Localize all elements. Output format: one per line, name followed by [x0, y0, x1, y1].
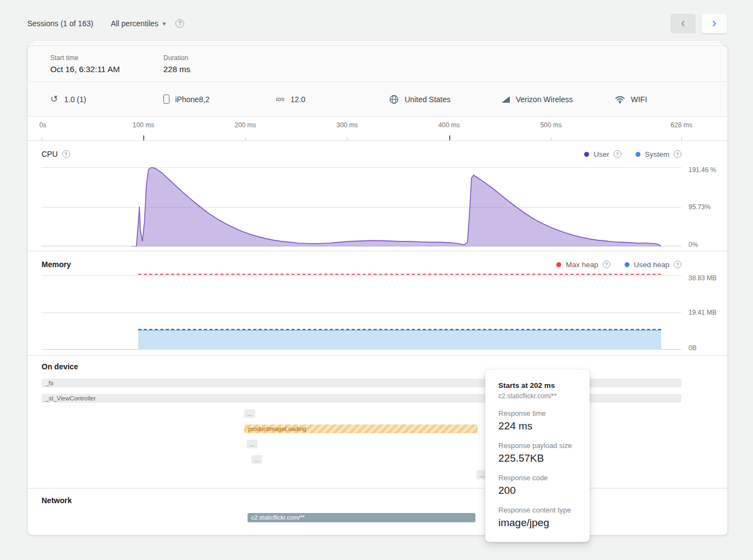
carrier-label: Verizon Wireless	[516, 95, 573, 104]
duration-block: Duration 228 ms	[163, 54, 277, 74]
ruler-gutter	[681, 117, 727, 140]
carrier-item: Verizon Wireless	[502, 95, 615, 104]
legend-label: Max heap	[566, 261, 598, 269]
cpu-axis-max: 191.46 %	[689, 166, 722, 175]
timeline-ruler-plot: 0s100 ms200 ms300 ms400 ms500 ms628 ms	[42, 117, 681, 140]
cpu-section: CPU ? User?System? 191.46 % 95.73% 0%	[28, 141, 727, 251]
session-card: Start time Oct 16, 6:32:11 AM Duration 2…	[27, 45, 728, 535]
gridline	[42, 275, 681, 276]
collapsed-trace-chip[interactable]: ...	[246, 440, 257, 449]
cpu-axis-mid: 95.73%	[689, 203, 722, 211]
memory-section: Memory Max heap?Used heap? 38.83 MB 19.4…	[28, 251, 727, 356]
tooltip-field-value: image/jpeg	[498, 517, 576, 529]
os-version-label: 12.0	[291, 95, 305, 104]
previous-session-button[interactable]: ‹	[670, 14, 696, 33]
legend-user: User?	[584, 150, 621, 158]
tooltip-field-value: 200	[498, 485, 576, 497]
legend-max-heap: Max heap?	[556, 261, 610, 269]
collapsed-trace-chip[interactable]: ...	[251, 455, 262, 464]
legend-dot-icon	[584, 152, 589, 157]
topbar: Sessions (1 of 163) All percentiles ▾ ? …	[0, 0, 753, 34]
gridline	[42, 313, 681, 313]
memory-legend: Max heap?Used heap?	[556, 261, 681, 269]
cpu-axis: 191.46 % 95.73% 0%	[681, 167, 727, 246]
help-icon[interactable]: ?	[674, 150, 681, 158]
performance-session-page: Sessions (1 of 163) All percentiles ▾ ? …	[0, 0, 753, 560]
percentiles-label: All percentiles	[111, 19, 158, 28]
legend-dot-icon	[636, 152, 640, 157]
tooltip-field-label: Response code	[498, 474, 576, 482]
help-icon[interactable]: ?	[614, 150, 621, 158]
used-heap-band	[138, 330, 661, 350]
app-version-icon: ↺	[50, 95, 58, 104]
device-icon	[163, 95, 169, 104]
device-model-label: iPhone8,2	[175, 95, 210, 104]
network-title: Network	[42, 496, 72, 505]
tooltip-title: Starts at 202 ms	[498, 381, 576, 390]
percentiles-dropdown[interactable]: All percentiles ▾	[111, 19, 166, 28]
next-session-button[interactable]: ›	[702, 14, 727, 33]
legend-dot-icon	[556, 262, 561, 267]
chevron-down-icon: ▾	[163, 20, 166, 27]
trace-bar[interactable]: c2.staticflickr.com/**	[248, 513, 476, 522]
duration-label: Duration	[163, 54, 277, 62]
collapsed-trace-chip[interactable]: ...	[244, 409, 255, 418]
start-time-label: Start time	[50, 54, 163, 62]
tooltip-field-label: Response time	[498, 409, 576, 417]
tracks-gutter	[681, 513, 727, 528]
country-label: United States	[405, 95, 451, 104]
memory-axis-mid: 19.41 MB	[689, 309, 722, 317]
cpu-axis-zero: 0%	[689, 241, 722, 250]
duration-value: 228 ms	[163, 64, 277, 74]
os-icon: iOS	[276, 97, 285, 102]
legend-label: System	[645, 150, 669, 158]
legend-label: User	[593, 150, 609, 158]
cpu-area-chart	[42, 167, 681, 246]
start-time-value: Oct 16, 6:32:11 AM	[50, 64, 163, 74]
radio-label: WIFI	[631, 95, 648, 104]
carrier-signal-icon	[502, 96, 510, 103]
os-version-item: iOS 12.0	[276, 95, 389, 104]
device-attributes-row: ↺ 1.0 (1) iPhone8,2 iOS 12.0 United Stat…	[28, 82, 727, 117]
chevron-right-icon: ›	[712, 16, 716, 30]
start-time-block: Start time Oct 16, 6:32:11 AM	[50, 54, 163, 74]
tooltip-field-label: Response payload size	[498, 441, 576, 450]
help-icon[interactable]: ?	[603, 261, 610, 268]
timeline-ruler: 0s100 ms200 ms300 ms400 ms500 ms628 ms	[28, 117, 727, 141]
on-device-section: On device _fs_st_ViewController...produc…	[28, 356, 727, 488]
legend-label: Used heap	[634, 261, 669, 269]
tracks-gutter	[681, 379, 727, 486]
wifi-icon	[615, 95, 625, 104]
sessions-count-label: Sessions (1 of 163)	[27, 19, 93, 28]
help-icon[interactable]: ?	[175, 19, 184, 28]
tooltip-field-value: 224 ms	[498, 420, 576, 432]
tooltip-fields: Response time224 msResponse payload size…	[498, 409, 576, 529]
memory-axis-max: 38.83 MB	[689, 274, 722, 283]
tooltip-field-value: 225.57KB	[498, 452, 576, 464]
max-heap-line	[138, 274, 661, 275]
network-section: Network c2.staticflickr.com/**	[28, 488, 727, 535]
cpu-title: CPU	[42, 150, 58, 158]
radio-item: WIFI	[615, 95, 728, 104]
cpu-chart[interactable]	[42, 167, 681, 246]
globe-icon	[389, 95, 399, 104]
device-model-item: iPhone8,2	[163, 95, 277, 104]
memory-axis: 38.83 MB 19.41 MB 0B	[681, 275, 727, 350]
country-item: United States	[389, 95, 502, 104]
app-version-item: ↺ 1.0 (1)	[50, 95, 163, 104]
help-icon[interactable]: ?	[62, 150, 70, 158]
tooltip-url: c2.staticflickr.com/**	[498, 392, 576, 400]
legend-dot-icon	[625, 262, 630, 267]
app-version-label: 1.0 (1)	[64, 95, 86, 104]
memory-axis-zero: 0B	[689, 344, 722, 353]
tooltip-field-label: Response content type	[498, 506, 576, 514]
session-summary: Start time Oct 16, 6:32:11 AM Duration 2…	[28, 46, 727, 82]
cpu-legend: User?System?	[584, 150, 681, 158]
on-device-title: On device	[42, 362, 78, 371]
help-icon[interactable]: ?	[674, 261, 681, 268]
memory-title: Memory	[42, 260, 71, 269]
chevron-left-icon: ‹	[681, 16, 685, 30]
memory-chart[interactable]	[42, 275, 681, 350]
network-request-tooltip: Starts at 202 ms c2.staticflickr.com/** …	[485, 370, 590, 542]
trace-bar[interactable]: productImageLoading	[244, 425, 478, 433]
